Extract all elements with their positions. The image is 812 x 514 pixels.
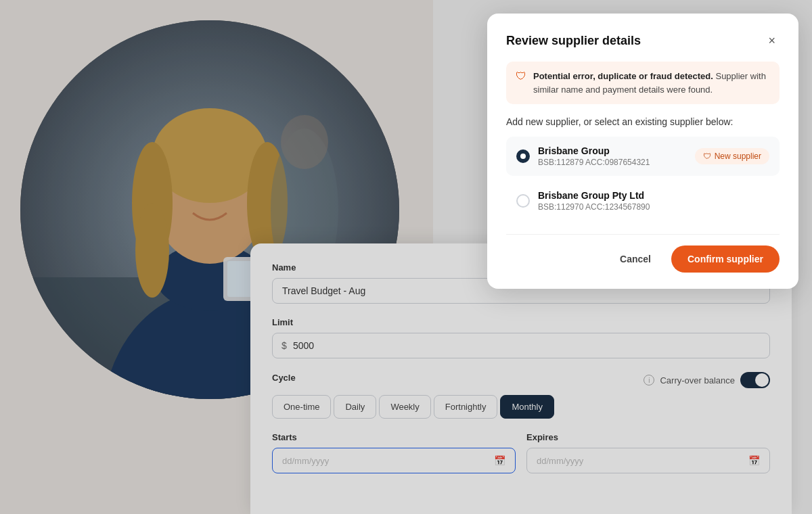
supplier-radio-2[interactable] (516, 194, 530, 208)
new-supplier-label: New supplier (715, 151, 761, 161)
supplier-radio-1[interactable] (516, 149, 530, 163)
shield-alert-icon: 🛡 (516, 70, 526, 83)
new-supplier-badge: 🛡 New supplier (695, 148, 769, 164)
supplier-details-1: BSB:112879 ACC:0987654321 (538, 158, 687, 167)
supplier-option-1[interactable]: Brisbane Group BSB:112879 ACC:0987654321… (506, 137, 780, 176)
alert-banner: 🛡 Potential error, duplicate or fraud de… (506, 62, 780, 104)
radio-inner-1 (520, 154, 526, 159)
confirm-supplier-button[interactable]: Confirm supplier (671, 246, 780, 273)
close-dialog-button[interactable]: × (764, 32, 780, 49)
supplier-info-2: Brisbane Group Pty Ltd BSB:112970 ACC:12… (538, 190, 769, 212)
dialog-actions: Cancel Confirm supplier (506, 234, 780, 273)
supplier-option-2[interactable]: Brisbane Group Pty Ltd BSB:112970 ACC:12… (506, 181, 780, 220)
alert-bold-text: Potential error, duplicate or fraud dete… (533, 71, 713, 81)
dialog-title: Review supplier details (506, 34, 641, 48)
supplier-info-1: Brisbane Group BSB:112879 ACC:0987654321 (538, 145, 687, 167)
supplier-details-2: BSB:112970 ACC:1234567890 (538, 202, 769, 212)
supplier-name-2: Brisbane Group Pty Ltd (538, 190, 769, 201)
review-supplier-dialog: Review supplier details × 🛡 Potential er… (487, 14, 798, 289)
dialog-header: Review supplier details × (506, 32, 780, 49)
supplier-name-1: Brisbane Group (538, 145, 687, 156)
alert-text: Potential error, duplicate or fraud dete… (533, 70, 770, 96)
shield-icon-small: 🛡 (703, 151, 711, 161)
select-prompt: Add new supplier, or select an existing … (506, 116, 780, 127)
cancel-button[interactable]: Cancel (609, 247, 662, 271)
